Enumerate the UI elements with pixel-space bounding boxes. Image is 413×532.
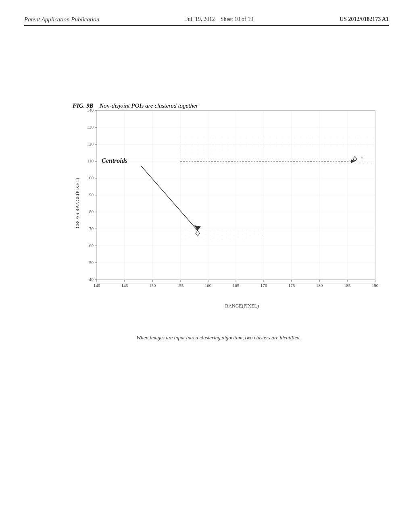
- svg-text:×: ×: [315, 163, 316, 165]
- svg-text:·: ·: [228, 145, 228, 147]
- svg-text:×: ×: [202, 163, 203, 165]
- svg-text:×: ×: [307, 163, 308, 165]
- svg-text:·: ·: [194, 234, 194, 236]
- svg-text:120: 120: [87, 141, 94, 146]
- svg-text:110: 110: [87, 158, 94, 163]
- svg-text:·: ·: [313, 145, 313, 147]
- svg-text:·: ·: [198, 149, 198, 151]
- svg-text:·: ·: [262, 235, 263, 237]
- svg-text:·: ·: [373, 141, 373, 143]
- svg-text:·: ·: [210, 231, 210, 233]
- svg-text:·: ·: [234, 145, 234, 147]
- svg-text:·: ·: [226, 237, 226, 239]
- svg-text:·: ·: [258, 229, 259, 231]
- svg-text:·: ·: [210, 153, 210, 155]
- svg-text:·: ·: [218, 230, 218, 232]
- svg-text:·: ·: [194, 229, 194, 231]
- svg-text:×: ×: [371, 163, 372, 165]
- svg-text:·: ·: [246, 137, 246, 139]
- svg-text:·: ·: [180, 141, 181, 143]
- svg-text:·: ·: [222, 141, 222, 143]
- svg-text:·: ·: [186, 235, 186, 237]
- svg-text:·: ·: [186, 145, 186, 147]
- svg-text:·: ·: [242, 229, 242, 231]
- svg-text:·: ·: [264, 145, 265, 147]
- svg-text:·: ·: [181, 229, 182, 231]
- svg-text:175: 175: [288, 283, 295, 288]
- svg-text:155: 155: [177, 283, 184, 288]
- svg-text:×: ×: [323, 163, 324, 165]
- svg-text:170: 170: [261, 283, 267, 288]
- svg-text:·: ·: [222, 235, 222, 237]
- svg-text:·: ·: [343, 141, 343, 143]
- svg-text:×: ×: [266, 163, 267, 165]
- svg-text:·: ·: [228, 149, 228, 151]
- svg-text:·: ·: [319, 145, 319, 147]
- svg-text:·: ·: [180, 137, 181, 139]
- svg-text:×: ×: [181, 163, 183, 165]
- svg-text:·: ·: [234, 235, 234, 237]
- svg-text:×: ×: [282, 163, 284, 165]
- svg-text:·: ·: [361, 137, 361, 139]
- svg-text:×: ×: [198, 163, 199, 165]
- svg-text:×: ×: [298, 163, 300, 165]
- svg-text:·: ·: [192, 145, 192, 147]
- svg-text:·: ·: [214, 237, 214, 239]
- svg-text:·: ·: [240, 141, 240, 143]
- svg-text:×: ×: [194, 163, 195, 165]
- svg-text:·: ·: [190, 233, 190, 235]
- svg-text:·: ·: [367, 137, 367, 139]
- svg-text:·: ·: [258, 141, 259, 143]
- svg-text:·: ·: [337, 137, 337, 139]
- svg-text:×: ×: [230, 163, 231, 165]
- svg-text:·: ·: [246, 230, 246, 232]
- svg-text:·: ·: [234, 137, 234, 139]
- centroids-label: Centroids: [102, 157, 127, 164]
- svg-text:·: ·: [258, 234, 259, 236]
- svg-text:·: ·: [331, 137, 331, 139]
- svg-text:·: ·: [192, 153, 192, 155]
- svg-text:·: ·: [361, 145, 361, 147]
- svg-text:·: ·: [204, 137, 204, 139]
- svg-text:·: ·: [254, 231, 254, 233]
- svg-text:90: 90: [89, 192, 94, 197]
- svg-text:40: 40: [89, 277, 94, 282]
- svg-text:·: ·: [343, 145, 343, 147]
- svg-text:·: ·: [331, 145, 331, 147]
- svg-text:·: ·: [276, 137, 277, 139]
- svg-text:60: 60: [89, 243, 94, 248]
- svg-text:·: ·: [204, 149, 204, 151]
- svg-text:·: ·: [210, 145, 210, 147]
- svg-text:×: ×: [238, 163, 239, 165]
- svg-text:165: 165: [233, 283, 240, 288]
- svg-text:·: ·: [218, 238, 218, 240]
- svg-text:·: ·: [226, 231, 226, 233]
- svg-text:·: ·: [198, 239, 198, 241]
- svg-text:·: ·: [180, 145, 181, 147]
- svg-text:×: ×: [278, 163, 280, 165]
- svg-text:·: ·: [198, 153, 198, 155]
- svg-text:×: ×: [234, 163, 235, 165]
- svg-text:·: ·: [186, 157, 186, 159]
- svg-text:·: ·: [246, 237, 246, 239]
- svg-text:190: 190: [372, 283, 379, 288]
- svg-text:·: ·: [294, 141, 295, 143]
- svg-text:·: ·: [270, 145, 271, 147]
- svg-text:×: ×: [359, 163, 360, 165]
- svg-text:·: ·: [206, 234, 206, 236]
- svg-text:·: ·: [343, 137, 343, 139]
- svg-text:·: ·: [250, 235, 250, 237]
- svg-text:×: ×: [222, 163, 223, 165]
- svg-text:·: ·: [276, 141, 277, 143]
- svg-text:·: ·: [234, 141, 234, 143]
- svg-text:·: ·: [300, 141, 301, 143]
- svg-text:×: ×: [311, 163, 312, 165]
- svg-text:·: ·: [222, 145, 222, 147]
- svg-text:130: 130: [87, 125, 94, 129]
- svg-text:·: ·: [270, 137, 271, 139]
- svg-text:×: ×: [210, 163, 211, 165]
- svg-text:·: ·: [204, 145, 204, 147]
- svg-text:·: ·: [192, 149, 192, 151]
- svg-text:·: ·: [294, 145, 295, 147]
- svg-text:·: ·: [228, 137, 228, 139]
